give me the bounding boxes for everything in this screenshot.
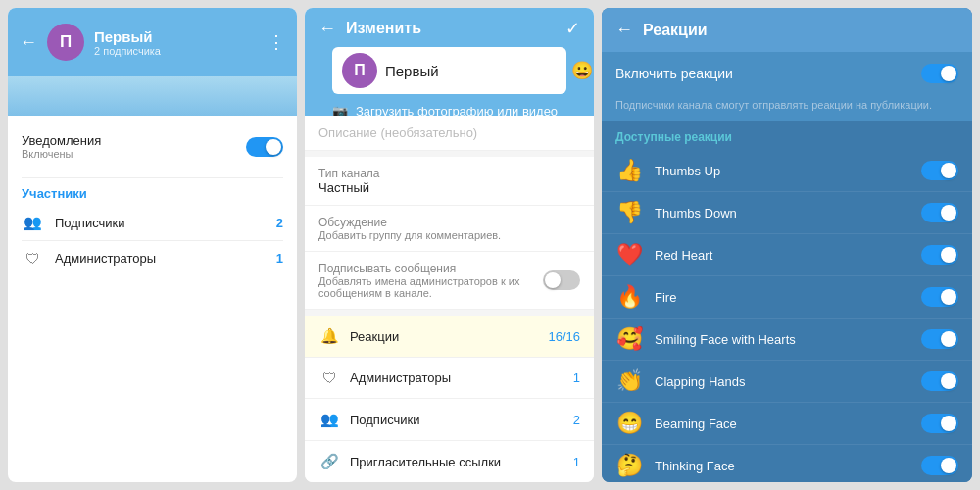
edit-channel-panel: ← Изменить ✓ П 😀 📷 Загрузить фотографию … [305,8,594,482]
more-options-button[interactable]: ⋮ [268,31,285,53]
reaction-thumbs-down[interactable]: 👎 Thumbs Down [602,192,972,234]
red-heart-label: Red Heart [655,248,909,263]
clapping-hands-emoji: 👏 [615,368,643,394]
sign-messages-label-block: Подписывать сообщения Добавлять имена ад… [318,262,543,299]
sign-messages-sub: Добавлять имена администраторов к их соо… [318,275,543,299]
save-check-button[interactable]: ✓ [565,18,580,39]
subscribers-row[interactable]: 👥 Подписчики 2 [8,205,297,240]
subscribers-menu-row[interactable]: 👥 Подписчики 2 [305,399,594,441]
reactions-menu-row[interactable]: 🔔 Реакции 16/16 [305,316,594,358]
description-field: Описание (необязательно) [305,116,594,151]
enable-reactions-toggle[interactable] [921,64,958,83]
subscribers-label: Подписчики [55,216,265,230]
channel-type-value: Частный [318,180,580,195]
subscribers-menu-count: 2 [573,413,580,427]
smiling-hearts-toggle[interactable] [921,329,958,349]
admins-menu-row[interactable]: 🛡 Администраторы 1 [305,358,594,399]
smiling-hearts-label: Smiling Face with Hearts [655,332,909,347]
subscribers-menu-icon: 👥 [318,411,340,428]
channel-subtitle: 2 подписчика [94,45,258,57]
subscribers-icon: 👥 [22,214,43,231]
fire-toggle[interactable] [921,287,958,307]
sign-messages-toggle[interactable] [543,270,580,290]
sign-messages-field[interactable]: Подписывать сообщения Добавлять имена ад… [305,252,594,310]
admins-menu-icon: 🛡 [318,369,340,386]
reaction-thinking-face[interactable]: 🤔 Thinking Face [602,445,972,482]
beaming-face-toggle[interactable] [921,414,958,433]
reactions-menu-icon: 🔔 [318,327,340,345]
notifications-main: Уведомления [22,133,236,148]
red-heart-emoji: ❤️ [615,242,643,268]
thinking-face-label: Thinking Face [655,459,909,473]
edit-title: Изменить [346,20,421,37]
description-placeholder: Описание (необязательно) [318,125,580,140]
panel2-header: ← Изменить ✓ П 😀 📷 Загрузить фотографию … [305,8,594,116]
discussion-label: Обсуждение [318,216,580,229]
thumbs-up-toggle[interactable] [921,161,958,180]
beaming-face-emoji: 😁 [615,411,643,436]
channel-title: Первый [94,28,258,45]
channel-banner [8,76,297,116]
admins-menu-count: 1 [573,370,580,385]
notifications-toggle[interactable] [246,137,283,157]
reactions-menu-label-block: Реакции [350,329,538,344]
beaming-face-label: Beaming Face [655,416,909,431]
notifications-sub: Включены [22,148,236,160]
reactions-menu-label: Реакции [350,329,538,344]
description-section: Описание (необязательно) [305,116,594,151]
admins-icon: 🛡 [22,250,43,267]
panel1-header: ← П Первый 2 подписчика ⋮ [8,8,297,76]
thumbs-down-emoji: 👎 [615,200,643,225]
reactions-panel-title: Реакции [643,22,708,39]
reactions-header: ← Реакции [602,8,972,52]
invite-links-menu-count: 1 [573,455,580,469]
discussion-field[interactable]: Обсуждение Добавить группу для комментар… [305,206,594,252]
header-title-block: Первый 2 подписчика [94,28,258,57]
thinking-face-emoji: 🤔 [615,453,643,478]
smiling-hearts-emoji: 🥰 [615,326,643,352]
reaction-clapping-hands[interactable]: 👏 Clapping Hands [602,361,972,403]
reactions-list: 👍 Thumbs Up 👎 Thumbs Down ❤️ Red Heart 🔥… [602,150,972,482]
thumbs-up-emoji: 👍 [615,158,643,183]
channel-name-input[interactable] [385,63,571,79]
red-heart-toggle[interactable] [921,245,958,265]
channel-type-field[interactable]: Тип канала Частный [305,157,594,206]
admins-count: 1 [276,251,283,266]
clapping-hands-toggle[interactable] [921,371,958,391]
invite-links-menu-label: Пригласительные ссылки [350,455,564,469]
thumbs-up-label: Thumbs Up [655,164,909,178]
reactions-back-button[interactable]: ← [615,20,633,40]
enable-reactions-label: Включить реакции [615,66,921,81]
clapping-hands-label: Clapping Hands [655,374,909,389]
members-section-title: Участники [8,178,297,205]
reaction-thumbs-up[interactable]: 👍 Thumbs Up [602,150,972,192]
available-reactions-title: Доступные реакции [602,121,972,150]
panel2-body: Описание (необязательно) Тип канала Част… [305,116,594,482]
emoji-picker-icon[interactable]: 😀 [571,60,593,81]
admins-menu-label: Администраторы [350,370,564,385]
fire-emoji: 🔥 [615,284,643,310]
channel-type-label: Тип канала [318,167,580,180]
settings-section: Тип канала Частный Обсуждение Добавить г… [305,157,594,310]
enable-reactions-row: Включить реакции [602,52,972,95]
thinking-face-toggle[interactable] [921,456,958,475]
reactions-description: Подписчики канала смогут отправлять реак… [602,95,972,121]
back-button[interactable]: ← [20,32,37,53]
subscribers-count: 2 [276,216,283,230]
notifications-section: Уведомления Включены [8,116,297,177]
avatar: П [47,24,84,61]
admins-label: Администраторы [55,251,265,266]
edit-back-button[interactable]: ← [318,19,336,39]
thumbs-down-toggle[interactable] [921,203,958,222]
reaction-red-heart[interactable]: ❤️ Red Heart [602,234,972,276]
reaction-fire[interactable]: 🔥 Fire [602,276,972,318]
thumbs-down-label: Thumbs Down [655,206,909,220]
invite-links-menu-icon: 🔗 [318,453,340,470]
reaction-beaming-face[interactable]: 😁 Beaming Face [602,403,972,445]
invite-links-menu-row[interactable]: 🔗 Пригласительные ссылки 1 [305,441,594,482]
notifications-label: Уведомления Включены [22,133,236,160]
channel-info-panel: ← П Первый 2 подписчика ⋮ Уведомления Вк… [8,8,297,482]
admins-row[interactable]: 🛡 Администраторы 1 [8,241,297,275]
reaction-smiling-hearts[interactable]: 🥰 Smiling Face with Hearts [602,318,972,361]
reactions-panel: ← Реакции Включить реакции Подписчики ка… [602,8,972,482]
